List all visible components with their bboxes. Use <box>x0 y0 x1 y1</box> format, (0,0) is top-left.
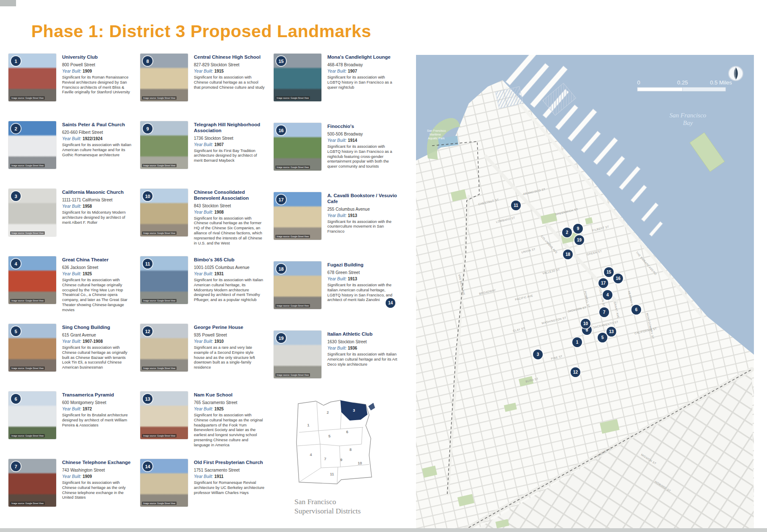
map-marker-18: 18 <box>563 250 573 259</box>
year-built-label: Year Built: <box>62 271 82 276</box>
landmark-year: Year Built: 1913 <box>327 213 398 218</box>
year-built-label: Year Built: <box>194 142 213 147</box>
landmark-description: Significant for its Roman Renaissance Re… <box>62 75 133 95</box>
landmark-info: Finocchio's 500-506 Broadway Year Built:… <box>327 123 398 192</box>
landmark-year: Year Built: 1972 <box>62 407 133 411</box>
landmark-entry: 5 Image source: Google Street View Sing … <box>8 324 135 391</box>
landmark-description: Significant for its association with Ita… <box>62 143 133 158</box>
photo-credit: Image source: Google Street View <box>275 166 310 169</box>
landmark-address: 468-478 Broadway <box>327 62 398 67</box>
landmark-entry: 1 Image source: Google Street View Unive… <box>8 54 135 121</box>
landmark-description: Significant for its association with Chi… <box>62 480 133 501</box>
landmark-name: Saints Peter & Paul Church <box>62 122 133 128</box>
landmark-photo: 4 Image source: Google Street View <box>8 256 56 304</box>
landmark-name: University Club <box>62 54 133 60</box>
landmark-name: Chinese Telephone Exchange <box>62 460 133 466</box>
photo-credit: Image source: Google Street View <box>275 373 310 377</box>
landmark-name: Fugazi Building <box>327 262 398 268</box>
compass-icon <box>729 66 743 81</box>
district-number-11: 11 <box>330 472 334 476</box>
landmark-info: Great China Theater 636 Jackson Street Y… <box>62 256 133 324</box>
landmark-entry: 14 Image source: Google Street View Old … <box>140 459 267 527</box>
year-built-value: 1907 <box>348 69 357 73</box>
map-marker-3: 3 <box>533 350 543 359</box>
inset-caption: San Francisco Supervisorial Districts <box>294 497 383 516</box>
map-marker-7: 7 <box>599 307 609 317</box>
map-marker-19: 19 <box>574 235 584 245</box>
landmark-address: 843 Stockton Street <box>194 204 265 208</box>
landmark-entry: 13 Image source: Google Street View Nam … <box>140 391 267 459</box>
landmark-entry: 3 Image source: Google Street View Calif… <box>8 189 135 256</box>
landmark-description: Significant for its association with Chi… <box>194 413 265 448</box>
landmark-number-badge: 9 <box>143 124 152 133</box>
photo-credit: Image source: Google Street View <box>142 366 177 370</box>
landmark-photo: 8 Image source: Google Street View <box>140 54 188 101</box>
year-built-value: 1907-1908 <box>82 339 103 344</box>
landmark-photo: 1 Image source: Google Street View <box>8 54 56 101</box>
svg-text:San Francisco: San Francisco <box>669 112 707 119</box>
landmark-description: Significant for its First Bay Tradition … <box>194 149 265 164</box>
landmark-year: Year Built: 1909 <box>62 474 133 479</box>
treasure-island <box>368 403 375 410</box>
landmark-name: Nam Kue School <box>194 392 265 398</box>
landmark-name: Great China Theater <box>62 257 133 263</box>
landmark-description: Significant for Romanesque Revival archi… <box>194 480 265 496</box>
capture-bottom-artifact <box>0 528 767 532</box>
photo-credit: Image source: Google Street View <box>10 164 45 167</box>
map-marker-6: 6 <box>631 305 641 315</box>
map-marker-2: 2 <box>562 228 572 237</box>
year-built-label: Year Built: <box>327 69 347 73</box>
landmark-column-2: 8 Image source: Google Street View Centr… <box>140 54 267 527</box>
district-number-6: 6 <box>346 430 348 434</box>
map-marker-14: 14 <box>386 298 395 308</box>
poster-canvas: { "page": { "title": "Phase 1: District … <box>0 0 767 532</box>
landmark-year: Year Built: 1925 <box>62 271 133 276</box>
year-built-label: Year Built: <box>62 204 82 209</box>
page-title: Phase 1: District 3 Proposed Landmarks <box>31 22 371 41</box>
landmark-number-badge: 11 <box>143 259 152 269</box>
map-marker-4: 4 <box>603 290 612 300</box>
landmark-description: Significant for its association with Chi… <box>194 216 265 246</box>
landmark-name: Sing Chong Building <box>62 325 133 331</box>
landmark-address: 615 Grant Avenue <box>62 333 133 337</box>
landmark-year: Year Built: 1931 <box>194 271 265 276</box>
landmark-photo: 10 Image source: Google Street View <box>140 189 188 236</box>
landmark-year: Year Built: 1907 <box>327 69 398 73</box>
landmark-number-badge: 8 <box>143 56 152 66</box>
year-built-label: Year Built: <box>62 69 82 73</box>
landmark-number-badge: 18 <box>276 264 286 274</box>
district-map-svg: San Francisco Bay San Francisco Maritime… <box>416 55 754 530</box>
landmark-photo: 13 Image source: Google Street View <box>140 391 188 439</box>
photo-credit: Image source: Google Street View <box>142 231 177 235</box>
landmark-number-badge: 5 <box>11 326 21 336</box>
landmark-info: University Club 800 Powell Street Year B… <box>62 54 133 121</box>
landmark-photo: 3 Image source: Google Street View <box>8 189 56 236</box>
landmark-year: Year Built: 1922/1924 <box>62 136 133 141</box>
year-built-label: Year Built: <box>194 210 213 214</box>
landmark-column-1: 1 Image source: Google Street View Unive… <box>8 54 135 527</box>
year-built-value: 1914 <box>348 138 357 143</box>
map-marker-9: 9 <box>573 224 583 233</box>
year-built-value: 1931 <box>214 271 223 276</box>
map-marker-5: 5 <box>598 333 607 342</box>
landmark-entry: 17 Image source: Google Street View A. C… <box>274 192 400 261</box>
landmark-description: Significant for its association with Chi… <box>62 345 133 370</box>
landmark-name: George Perine House <box>194 325 265 331</box>
landmark-name: Italian Athletic Club <box>327 331 398 337</box>
landmark-description: Significant for its association with Ita… <box>194 278 265 303</box>
landmark-photo: 15 Image source: Google Street View <box>274 54 321 101</box>
landmark-year: Year Built: 1914 <box>327 138 398 143</box>
landmark-number-badge: 17 <box>276 195 286 204</box>
landmark-photo: 19 Image source: Google Street View <box>274 331 321 378</box>
landmark-entry: 2 Image source: Google Street View Saint… <box>8 121 135 189</box>
landmark-entry: 7 Image source: Google Street View Chine… <box>8 459 135 527</box>
year-built-value: 1913 <box>348 213 357 218</box>
landmark-name: Mona's Candlelight Lounge <box>327 54 398 60</box>
landmark-address: 1736 Stockton Street <box>194 136 265 141</box>
inset-caption-line2: Supervisorial Districts <box>294 507 383 516</box>
landmark-number-badge: 2 <box>11 124 21 133</box>
landmark-info: Bimbo's 365 Club 1001-1025 Columbus Aven… <box>194 256 265 324</box>
year-built-label: Year Built: <box>327 138 347 143</box>
district-number-7: 7 <box>324 457 326 461</box>
photo-credit: Image source: Google Street View <box>142 299 177 302</box>
